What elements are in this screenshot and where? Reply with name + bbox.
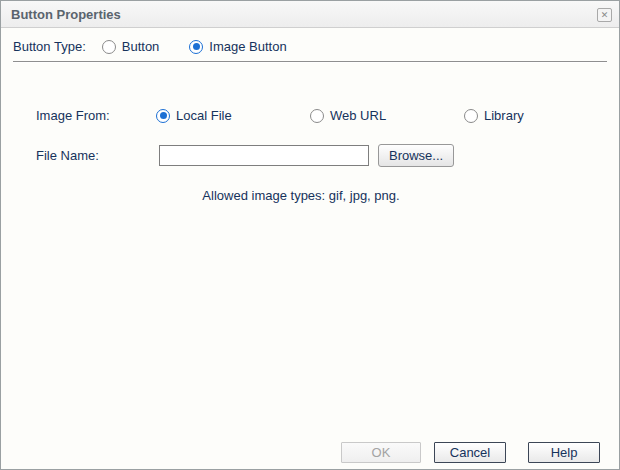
section-divider <box>13 61 607 63</box>
ok-button[interactable]: OK <box>341 442 421 463</box>
radio-button-unselected-icon[interactable] <box>102 40 116 54</box>
radio-option-library[interactable]: Library <box>464 108 604 123</box>
close-icon[interactable]: ✕ <box>597 8 612 22</box>
file-name-input[interactable] <box>159 145 369 166</box>
radio-option-web-url[interactable]: Web URL <box>310 108 450 123</box>
allowed-types-note: Allowed image types: gif, jpg, png. <box>1 188 601 203</box>
button-properties-dialog: Button Properties ✕ Button Type: Button … <box>0 0 620 470</box>
image-from-row: Image From: Local File Web URL Library <box>36 108 607 123</box>
dialog-titlebar: Button Properties <box>1 1 619 28</box>
help-button[interactable]: Help <box>528 442 600 463</box>
button-type-row: Button Type: Button Image Button <box>13 39 317 54</box>
radio-option-button[interactable]: Button <box>102 39 176 54</box>
radio-option-web-url-label[interactable]: Web URL <box>330 108 450 123</box>
radio-option-local-file[interactable]: Local File <box>156 108 296 123</box>
radio-button-selected-icon[interactable] <box>189 40 203 54</box>
button-type-label: Button Type: <box>13 39 86 54</box>
radio-option-image-button[interactable]: Image Button <box>189 39 302 54</box>
radio-button-unselected-icon[interactable] <box>464 109 478 123</box>
dialog-title: Button Properties <box>11 7 121 22</box>
file-name-row: File Name: Browse... <box>36 144 454 167</box>
cancel-button[interactable]: Cancel <box>434 442 506 463</box>
radio-button-unselected-icon[interactable] <box>310 109 324 123</box>
file-name-label: File Name: <box>36 148 159 163</box>
radio-button-selected-icon[interactable] <box>156 109 170 123</box>
radio-option-local-file-label[interactable]: Local File <box>176 108 296 123</box>
radio-option-image-button-label[interactable]: Image Button <box>209 39 286 54</box>
radio-option-library-label[interactable]: Library <box>484 108 604 123</box>
radio-option-button-label[interactable]: Button <box>122 39 160 54</box>
image-from-label: Image From: <box>36 108 156 123</box>
browse-button[interactable]: Browse... <box>378 144 454 167</box>
